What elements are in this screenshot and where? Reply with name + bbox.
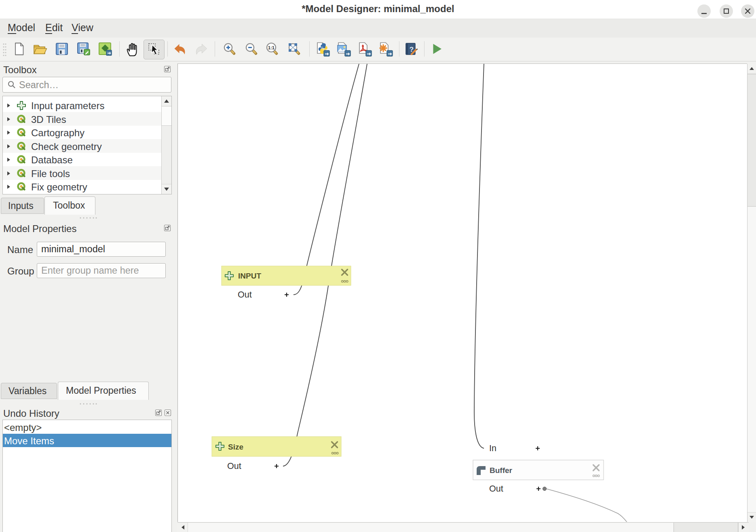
svg-text:Buffer: Buffer xyxy=(490,466,513,475)
svg-text:1:1: 1:1 xyxy=(268,45,275,50)
svg-text:Out: Out xyxy=(238,290,252,300)
svg-text:Out: Out xyxy=(227,461,241,471)
svg-text:In: In xyxy=(489,443,496,453)
svg-text:Out: Out xyxy=(489,484,503,494)
svg-text:Size: Size xyxy=(228,443,243,451)
svg-text:INPUT: INPUT xyxy=(238,272,261,280)
